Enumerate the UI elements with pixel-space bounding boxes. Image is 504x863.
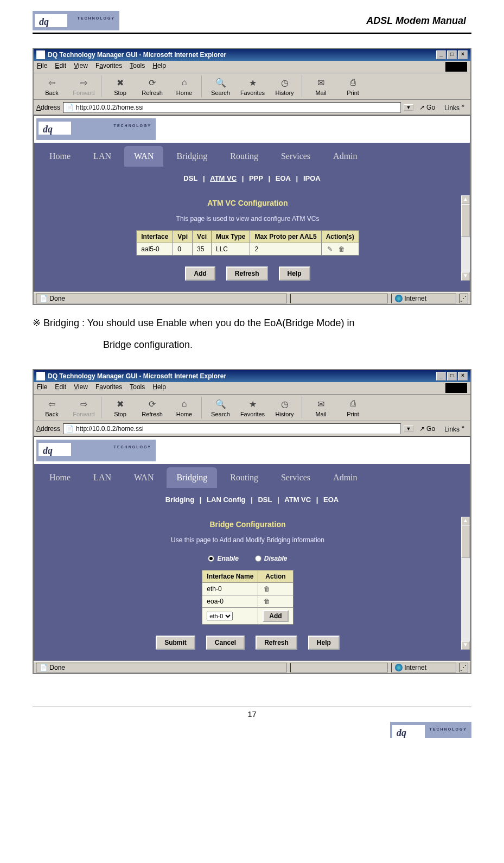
cancel-button[interactable]: Cancel — [206, 636, 245, 650]
tab-bridging[interactable]: Bridging — [167, 146, 217, 167]
scroll-down-button[interactable]: ▼ — [461, 641, 470, 650]
tab-wan[interactable]: WAN — [124, 146, 163, 167]
search-label: Search — [211, 411, 230, 417]
history-label: History — [275, 411, 294, 417]
menu-edit[interactable]: Edit — [55, 62, 66, 72]
refresh-page-button[interactable]: Refresh — [256, 636, 297, 650]
tab-routing[interactable]: Routing — [220, 146, 268, 167]
subnav-bridging[interactable]: Bridging — [162, 496, 197, 504]
print-button[interactable]: ⎙Print — [338, 398, 368, 417]
mail-button[interactable]: ✉Mail — [306, 77, 336, 96]
subnav-ipoa[interactable]: IPOA — [300, 174, 324, 182]
radio-enable[interactable]: Enable — [208, 555, 238, 562]
menu-favorites[interactable]: Favorites — [95, 383, 122, 393]
add-button[interactable]: Add — [185, 266, 215, 281]
cell-vci: 35 — [192, 243, 211, 256]
minimize-button[interactable]: _ — [436, 50, 446, 59]
menu-tools[interactable]: Tools — [130, 383, 145, 393]
history-button[interactable]: ◷History — [270, 398, 299, 417]
submit-button[interactable]: Submit — [156, 636, 195, 650]
favorites-button[interactable]: ★Favorites — [238, 77, 267, 96]
delete-icon[interactable]: 🗑 — [339, 245, 346, 253]
maximize-button[interactable]: □ — [447, 50, 457, 59]
subnav-atm-vc[interactable]: ATM VC — [207, 174, 240, 182]
go-button[interactable]: ↗Go — [416, 103, 438, 112]
address-dropdown[interactable]: ▼ — [404, 426, 413, 432]
refresh-button[interactable]: ⟳Refresh — [137, 77, 167, 96]
edit-icon[interactable]: ✎ — [327, 245, 335, 253]
links-button[interactable]: Links » — [441, 101, 468, 113]
tab-lan[interactable]: LAN — [84, 467, 121, 488]
tab-lan[interactable]: LAN — [84, 146, 121, 167]
vertical-scrollbar[interactable]: ▲ ▼ — [461, 517, 470, 650]
minimize-button[interactable]: _ — [436, 372, 446, 380]
tab-wan[interactable]: WAN — [124, 467, 163, 488]
help-button[interactable]: Help — [279, 266, 310, 281]
menu-file[interactable]: File — [37, 62, 47, 72]
history-button[interactable]: ◷History — [270, 77, 299, 96]
scroll-up-button[interactable]: ▲ — [461, 517, 470, 525]
subnav-eoa[interactable]: EOA — [320, 496, 342, 504]
vertical-scrollbar[interactable]: ▲ ▼ — [461, 195, 470, 281]
address-input[interactable]: 📄 http://10.0.0.2/home.ssi — [63, 102, 401, 113]
scroll-thumb[interactable] — [461, 204, 470, 237]
delete-icon[interactable]: 🗑 — [264, 585, 271, 593]
go-label: Go — [426, 104, 435, 111]
cell-actions: ✎ 🗑 — [321, 243, 359, 256]
menu-view[interactable]: View — [74, 383, 88, 393]
tab-bridging[interactable]: Bridging — [167, 467, 217, 488]
print-button[interactable]: ⎙Print — [338, 77, 368, 96]
home-button[interactable]: ⌂Home — [169, 77, 199, 96]
back-button[interactable]: ⇦Back — [37, 77, 67, 96]
interface-select[interactable]: eth-0 — [207, 612, 233, 620]
address-input[interactable]: 📄 http://10.0.0.2/home.ssi — [63, 423, 401, 434]
scroll-thumb[interactable] — [461, 525, 470, 558]
maximize-button[interactable]: □ — [447, 372, 457, 380]
menu-tools[interactable]: Tools — [130, 62, 145, 72]
address-dropdown[interactable]: ▼ — [404, 104, 413, 111]
menu-edit[interactable]: Edit — [55, 383, 66, 393]
menu-view[interactable]: View — [74, 62, 88, 72]
tab-routing[interactable]: Routing — [220, 467, 268, 488]
resize-grip[interactable]: ⋰ — [460, 294, 468, 303]
scroll-down-button[interactable]: ▼ — [461, 272, 470, 281]
resize-grip[interactable]: ⋰ — [460, 663, 468, 672]
row-add-button[interactable]: Add — [263, 610, 288, 622]
subnav-dsl[interactable]: DSL — [180, 174, 201, 182]
links-button[interactable]: Links » — [441, 423, 468, 434]
subnav-lan-config[interactable]: LAN Config — [203, 496, 248, 504]
search-button[interactable]: 🔍Search — [206, 398, 235, 417]
subnav-eoa[interactable]: EOA — [272, 174, 294, 182]
stop-button[interactable]: ✖Stop — [105, 398, 135, 417]
radio-disable[interactable]: Disable — [255, 555, 288, 562]
help-button[interactable]: Help — [308, 636, 340, 650]
menu-file[interactable]: File — [37, 383, 47, 393]
close-button[interactable]: × — [458, 372, 468, 380]
go-button[interactable]: ↗Go — [416, 424, 438, 434]
favorites-button[interactable]: ★Favorites — [238, 398, 267, 417]
subnav-atm-vc[interactable]: ATM VC — [281, 496, 314, 504]
back-button[interactable]: ⇦Back — [37, 398, 67, 417]
tab-admin[interactable]: Admin — [323, 467, 367, 488]
tab-services[interactable]: Services — [271, 467, 320, 488]
mail-button[interactable]: ✉Mail — [306, 398, 336, 417]
tab-home[interactable]: Home — [40, 467, 80, 488]
tab-admin[interactable]: Admin — [323, 146, 367, 167]
logo-dq-text: dq — [39, 16, 49, 28]
menu-favorites[interactable]: Favorites — [95, 62, 122, 72]
refresh-button[interactable]: ⟳Refresh — [137, 398, 167, 417]
tab-services[interactable]: Services — [271, 146, 320, 167]
tab-home[interactable]: Home — [40, 146, 80, 167]
refresh-page-button[interactable]: Refresh — [226, 266, 268, 281]
menu-help[interactable]: Help — [152, 62, 166, 72]
menu-help[interactable]: Help — [152, 383, 166, 393]
scroll-up-button[interactable]: ▲ — [461, 195, 470, 204]
subnav-dsl[interactable]: DSL — [254, 496, 275, 504]
home-button[interactable]: ⌂Home — [169, 398, 199, 417]
delete-icon[interactable]: 🗑 — [264, 598, 271, 605]
stop-button[interactable]: ✖Stop — [105, 77, 135, 96]
subnav-ppp[interactable]: PPP — [246, 174, 266, 182]
close-button[interactable]: × — [458, 50, 468, 59]
search-button[interactable]: 🔍Search — [206, 77, 235, 96]
col-max: Max Proto per AAL5 — [250, 231, 321, 243]
